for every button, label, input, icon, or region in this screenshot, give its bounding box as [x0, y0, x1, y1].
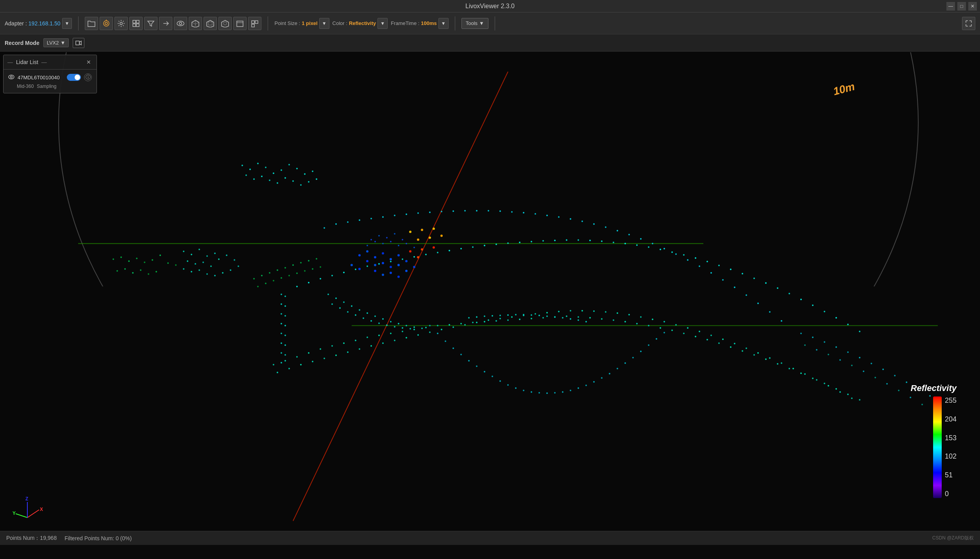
svg-point-179 — [296, 286, 298, 288]
svg-point-210 — [660, 249, 661, 250]
close-button[interactable]: ✕ — [968, 2, 977, 11]
svg-point-357 — [734, 287, 735, 288]
svg-point-203 — [578, 239, 579, 241]
lidar-toggle[interactable] — [67, 74, 81, 81]
svg-point-87 — [378, 335, 380, 336]
svg-point-275 — [468, 317, 470, 319]
svg-point-201 — [554, 240, 556, 241]
svg-point-138 — [382, 343, 384, 344]
points-num: Points Num：19,968 — [6, 535, 57, 542]
svg-point-118 — [742, 350, 743, 352]
svg-point-378 — [300, 262, 302, 264]
svg-point-71 — [269, 180, 270, 181]
rotate-button[interactable] — [100, 17, 113, 30]
lidar-panel: — Lidar List — ✕ 47MDL6T0010040 ⓘ Mid-36… — [3, 55, 97, 93]
svg-point-439 — [11, 76, 13, 78]
svg-point-382 — [265, 283, 266, 284]
color-label: Color : — [333, 20, 347, 26]
color-dropdown[interactable]: ▼ — [377, 18, 388, 29]
svg-point-120 — [765, 359, 767, 360]
svg-point-28 — [152, 259, 153, 261]
svg-point-256 — [382, 274, 384, 276]
svg-point-395 — [859, 357, 860, 359]
filter-button[interactable] — [144, 17, 157, 30]
settings-button[interactable] — [114, 17, 128, 30]
svg-point-171 — [769, 357, 771, 359]
svg-point-409 — [886, 383, 888, 385]
fullscreen-button[interactable] — [962, 17, 975, 30]
adapter-dropdown[interactable]: ▼ — [62, 18, 72, 29]
grid-button[interactable] — [129, 17, 143, 30]
svg-point-205 — [601, 241, 603, 242]
svg-point-291 — [429, 325, 431, 327]
maximize-button[interactable]: □ — [957, 2, 966, 11]
folder-button[interactable] — [85, 17, 98, 30]
svg-point-390 — [800, 333, 802, 334]
frametime-dropdown[interactable]: ▼ — [438, 18, 449, 29]
tools-button[interactable]: Tools ▼ — [461, 18, 488, 29]
svg-rect-15 — [252, 24, 254, 27]
svg-point-147 — [488, 320, 489, 321]
svg-point-420 — [374, 316, 376, 317]
svg-point-278 — [492, 315, 493, 317]
svg-point-224 — [824, 311, 825, 313]
svg-point-208 — [636, 245, 638, 246]
svg-point-237 — [284, 305, 286, 307]
svg-point-27 — [144, 262, 145, 263]
svg-point-24 — [120, 257, 122, 258]
svg-point-26 — [136, 258, 138, 259]
svg-point-396 — [871, 363, 872, 364]
svg-point-434 — [386, 325, 388, 326]
svg-point-141 — [417, 334, 419, 336]
svg-point-106 — [601, 318, 603, 320]
svg-point-370 — [433, 246, 435, 249]
svg-point-145 — [464, 324, 466, 326]
main-viewport[interactable]: — Lidar List — ✕ 47MDL6T0010040 ⓘ Mid-36… — [0, 52, 980, 545]
panel-close-button[interactable]: ✕ — [85, 58, 93, 66]
svg-point-429 — [347, 311, 349, 313]
svg-point-419 — [367, 313, 368, 314]
svg-point-82 — [320, 348, 321, 350]
svg-point-391 — [812, 337, 814, 338]
svg-point-183 — [343, 272, 345, 273]
minimize-button[interactable]: — — [946, 2, 955, 11]
svg-line-442 — [16, 514, 27, 518]
box3-button[interactable] — [218, 17, 232, 30]
svg-point-252 — [390, 266, 392, 268]
svg-point-137 — [370, 345, 372, 347]
svg-point-314 — [609, 373, 610, 375]
svg-point-326 — [370, 218, 372, 220]
eye-button[interactable] — [174, 17, 187, 30]
svg-point-88 — [390, 333, 392, 334]
svg-point-417 — [351, 305, 352, 307]
svg-point-55 — [222, 272, 224, 274]
svg-text:Y: Y — [13, 511, 16, 516]
divider-3 — [455, 16, 455, 30]
lidar-info-button[interactable]: ⓘ — [84, 73, 92, 81]
box2-button[interactable] — [204, 17, 217, 30]
svg-point-311 — [585, 385, 587, 386]
point-size-dropdown[interactable]: ▼ — [319, 18, 329, 29]
svg-point-342 — [558, 216, 560, 218]
record-video-button[interactable] — [73, 38, 84, 48]
svg-point-341 — [546, 215, 548, 216]
arrow-button[interactable] — [159, 17, 172, 30]
svg-point-366 — [429, 237, 431, 239]
svg-point-299 — [492, 376, 493, 377]
svg-point-293 — [445, 341, 446, 342]
svg-point-301 — [507, 384, 509, 386]
record-format-dropdown[interactable]: LVX2 ▼ — [43, 38, 69, 47]
svg-rect-5 — [136, 20, 139, 23]
panel-titlebar: — Lidar List — ✕ — [4, 55, 97, 70]
svg-point-290 — [585, 321, 587, 323]
box4-button[interactable] — [233, 17, 247, 30]
svg-point-172 — [781, 363, 782, 364]
svg-point-414 — [327, 294, 329, 295]
svg-point-125 — [824, 383, 825, 384]
svg-point-251 — [382, 262, 384, 264]
svg-point-316 — [624, 363, 626, 364]
box5-button[interactable] — [248, 17, 261, 30]
svg-point-72 — [277, 182, 278, 184]
svg-point-427 — [331, 304, 333, 305]
box1-button[interactable] — [189, 17, 202, 30]
